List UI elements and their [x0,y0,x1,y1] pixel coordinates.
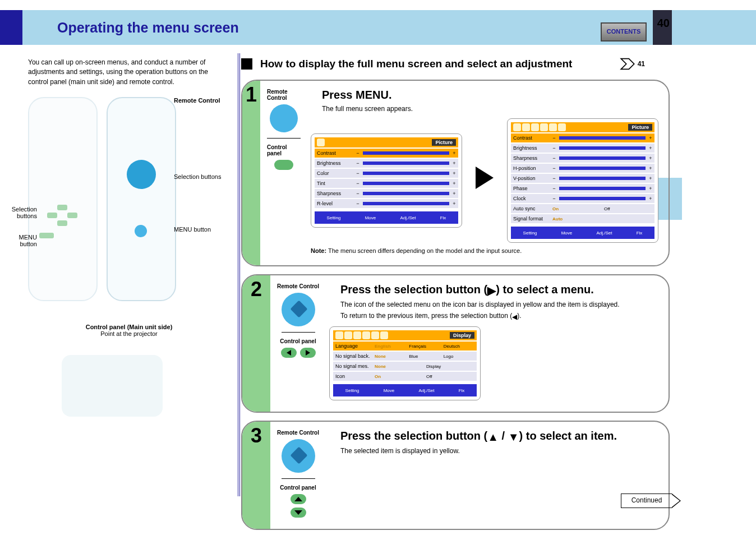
page-ref-arrow-icon [620,56,635,72]
step-3-title: Press the selection button (▲ / ▼) to se… [340,430,617,444]
osd1-rows: Contrast−+Brightness−+Color−+Tint−+Sharp… [315,149,458,208]
osd-row-label: No signal mes. [335,363,371,369]
osd-row-label: Signal format [513,216,549,222]
osd-row-option: Display [426,364,474,369]
osd-row: Color−+ [315,169,458,178]
osd-row-option: Off [604,206,652,211]
section-heading-text: How to display the full menu screen and … [260,58,572,70]
osd-row: Phase−+ [511,184,654,193]
osd-row: Clock−+ [511,194,654,203]
osd-row-option: Off [426,374,474,379]
osd-row: Brightness−+ [315,159,458,168]
cp-label: Control panel [267,144,301,156]
osd-row-option: Auto [552,216,652,222]
osd-row-label: V-position [513,176,549,181]
control-panel-label: Control panel (Main unit side) Point at … [28,324,230,337]
triangle-left-icon: ◀ [512,313,517,321]
osd-row: Sharpness−+ [511,154,654,163]
osd-row-option: None [375,354,405,359]
osd2-tabbar: Picture [511,122,654,132]
osd-row: Auto syncOnOff [511,204,654,213]
osd-row: Sharpness−+ [315,189,458,198]
osd-footer-item: Setting [327,215,341,220]
rc-label: Remote Control [277,283,319,289]
step-3-remote-bits: Remote Control Control panel [277,430,319,518]
osd-row: R-level−+ [315,199,458,208]
cp-label: Control panel [280,485,316,491]
step-1-note: Note: The menu screen differs depending … [311,247,658,254]
step-2-card: 2 Remote Control Control panel [241,274,670,413]
tab-icon [540,123,548,131]
big-arrow-icon [476,167,494,189]
header-accent-block [0,10,22,45]
osd-row-label: Clock [513,196,549,201]
contents-button[interactable]: CONTENTS [601,22,647,41]
up-pill-icon [291,494,306,504]
menu-round-button-icon [135,225,147,237]
osd-footer-item: Adj./Set [596,230,612,236]
osd2-title: Picture [628,124,652,131]
osd-footer-item: Move [561,230,573,236]
osd-row-label: Contrast [513,135,549,141]
menu-round-icon [270,104,298,132]
osd-footer-item: Move [365,215,376,220]
continued-indicator: Continued [621,494,672,508]
tab-icon [362,331,370,339]
heading-bullet-icon [241,58,252,70]
osd-row: Brightness−+ [511,144,654,153]
rc-label: Remote Control [267,89,301,101]
right-column: How to display the full menu screen and … [241,56,729,530]
osd-row-label: Color [317,170,353,176]
osd3-rows: LanguageEnglishFrançaisDeutschNo signal … [333,342,477,381]
osd-row-option: Logo [444,354,474,359]
step-1-remote-bits: Remote Control Control panel [267,89,301,170]
osd-row: V-position−+ [511,174,654,183]
osd-row: Contrast−+ [511,133,654,142]
page-ref[interactable]: 41 [620,56,645,72]
osd-row-label: Contrast [317,150,353,156]
tab-icon [317,139,325,146]
dpad-icon [282,439,315,473]
osd-row-label: Phase [513,186,549,191]
step-2-number: 2 [242,275,270,412]
step-1-subtitle: The full menu screen appears. [322,105,636,113]
osd1-navbar: SettingMoveAdj./SetFix [315,211,458,224]
osd-row: IconOnOff [333,372,477,381]
osd-row-option: None [375,364,423,369]
page-title: Operating the menu screen [57,20,239,36]
osd-footer-item: Adj./Set [418,388,434,393]
remote-control-outline-1 [28,97,98,301]
osd-footer-item: Move [384,388,395,393]
osd-row-label: Brightness [513,145,549,151]
page-ref-number: 41 [638,60,645,68]
step-3-note: The selected item is displayed in yellow… [340,447,654,455]
osd-row-label: Tint [317,181,353,186]
osd-row-label: No signal back. [335,353,371,359]
osd-row-label: Brightness [317,160,353,166]
tab-icon [522,123,530,131]
cp-label: Control panel [280,338,316,344]
osd-footer-item: Fix [459,388,465,393]
step-3-card: 3 Remote Control Control panel [241,421,670,530]
osd-row-label: Auto sync [513,206,549,211]
left-button-icon [47,213,57,218]
rc-label: Remote Control [277,430,319,436]
right-button-icon [67,213,77,218]
osd-menu-3: Display LanguageEnglishFrançaisDeutschNo… [329,326,481,400]
osd-row: No signal back.NoneBlueLogo [333,352,477,361]
osd2-navbar: SettingMoveAdj./SetFix [511,227,654,239]
triangle-up-icon: ▲ [487,431,499,444]
osd-row-option: English [375,344,405,349]
osd-menu-2: Picture Contrast−+Brightness−+Sharpness−… [507,118,658,243]
osd-row-label: Sharpness [317,191,353,196]
osd-row-option: On [552,206,601,211]
osd-footer-item: Adj./Set [400,215,416,220]
osd-row-label: Sharpness [513,155,549,161]
down-pill-icon [291,508,306,518]
step-1-card: 1 Remote Control Control panel Press MEN… [241,80,670,266]
up-button-icon [57,205,67,210]
osd-row-option: Deutsch [444,344,474,349]
osd-row-label: Language [335,343,371,349]
step-2-sub2: To return to the previous item, press th… [340,312,654,321]
step-1-title: Press MENU. [322,89,392,102]
